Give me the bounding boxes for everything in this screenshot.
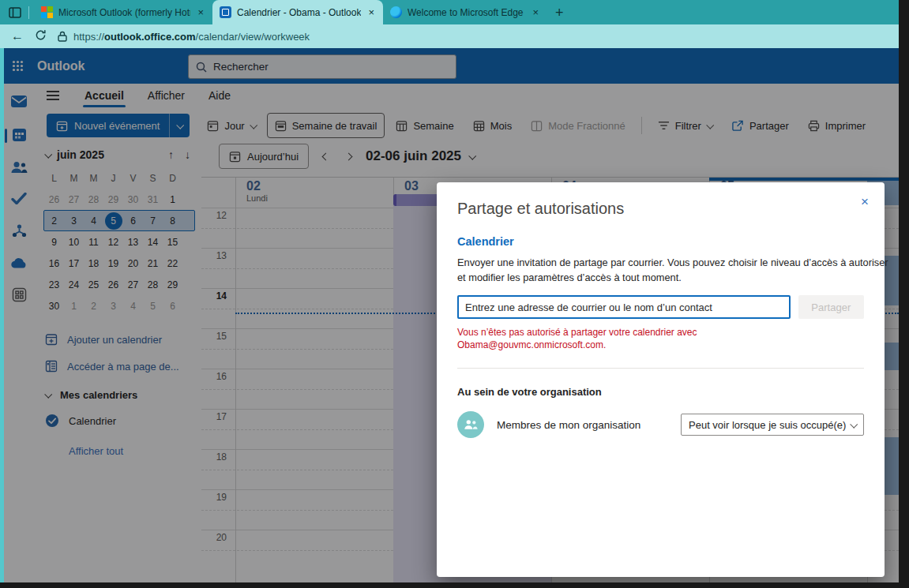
dialog-section-title: Calendrier bbox=[457, 235, 864, 248]
error-line-2: Obama@gouvmc.onmicrosoft.com. bbox=[457, 339, 864, 351]
org-section-title: Au sein de votre organisation bbox=[457, 386, 864, 398]
outlook-calendar-logo-icon bbox=[220, 6, 231, 18]
browser-tab-strip: Microsoft Outlook (formerly Hotm × Calen… bbox=[0, 0, 899, 24]
people-icon bbox=[464, 419, 478, 430]
error-line-1: Vous n’êtes pas autorisé à partager votr… bbox=[457, 326, 864, 339]
tab-divider bbox=[28, 6, 29, 19]
tab-close-icon[interactable]: × bbox=[196, 6, 205, 18]
tab-close-icon[interactable]: × bbox=[531, 6, 540, 18]
dialog-divider bbox=[457, 368, 864, 369]
new-tab-button[interactable]: + bbox=[555, 6, 564, 20]
url-text: https://outlook.office.com/calendar/view… bbox=[73, 31, 310, 43]
org-member-label: Membres de mon organisation bbox=[497, 419, 640, 431]
outlook-page: Outlook Rechercher bbox=[0, 48, 899, 582]
dialog-description: Envoyer une invitation de partage par co… bbox=[457, 255, 890, 285]
window-edge bbox=[0, 48, 4, 582]
tab-title: Microsoft Outlook (formerly Hotm bbox=[58, 7, 190, 18]
address-bar: ← https://outlook.office.com/calendar/vi… bbox=[0, 24, 899, 51]
share-error-message: Vous n’êtes pas autorisé à partager votr… bbox=[457, 326, 864, 351]
lock-icon bbox=[58, 31, 67, 42]
edge-logo-icon bbox=[390, 6, 402, 18]
dialog-title: Partage et autorisations bbox=[457, 200, 864, 218]
browser-tab-2-active[interactable]: Calendrier - Obama - Outlook × bbox=[212, 0, 383, 24]
back-icon[interactable]: ← bbox=[11, 30, 24, 43]
close-icon[interactable]: × bbox=[861, 195, 869, 208]
tab-close-icon[interactable]: × bbox=[366, 6, 376, 18]
sharing-dialog: × Partage et autorisations Calendrier En… bbox=[437, 182, 885, 577]
share-email-input[interactable] bbox=[457, 295, 791, 319]
url-field[interactable]: https://outlook.office.com/calendar/view… bbox=[58, 31, 310, 43]
tab-title: Welcome to Microsoft Edge bbox=[408, 7, 525, 18]
browser-tab-1[interactable]: Microsoft Outlook (formerly Hotm × bbox=[34, 0, 212, 24]
tab-layout-icon[interactable] bbox=[6, 5, 24, 21]
share-submit-button[interactable]: Partager bbox=[798, 295, 864, 319]
microsoft-logo-icon bbox=[41, 6, 53, 18]
permission-value: Peut voir lorsque je suis occupé(e) bbox=[689, 419, 846, 431]
org-avatar bbox=[457, 411, 484, 438]
browser-window: Microsoft Outlook (formerly Hotm × Calen… bbox=[0, 0, 899, 582]
refresh-icon[interactable] bbox=[35, 29, 47, 43]
org-member-row: Membres de mon organisation Peut voir lo… bbox=[457, 411, 864, 438]
browser-tab-3[interactable]: Welcome to Microsoft Edge × bbox=[383, 0, 547, 24]
tab-title: Calendrier - Obama - Outlook bbox=[237, 7, 361, 18]
permission-dropdown[interactable]: Peut voir lorsque je suis occupé(e) bbox=[681, 414, 864, 436]
